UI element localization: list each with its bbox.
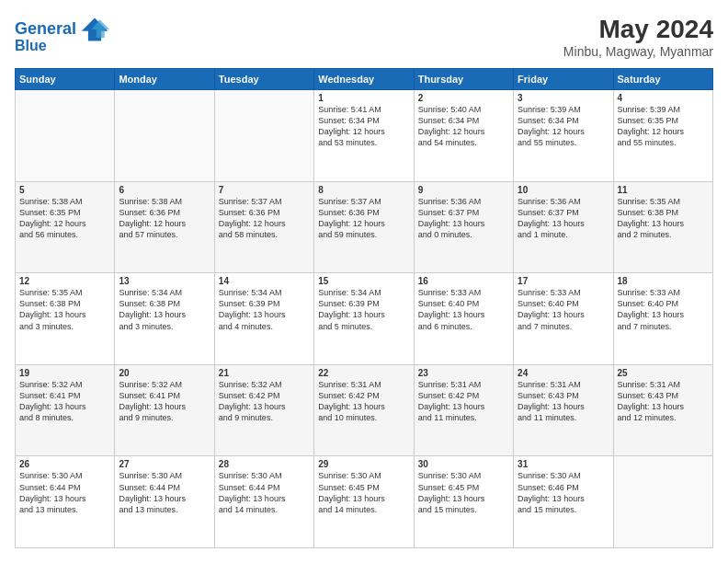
calendar-cell: 17Sunrise: 5:33 AM Sunset: 6:40 PM Dayli… [514,273,613,365]
week-row-4: 19Sunrise: 5:32 AM Sunset: 6:41 PM Dayli… [16,364,713,456]
day-info: Sunrise: 5:36 AM Sunset: 6:37 PM Dayligh… [418,196,509,241]
day-number: 27 [119,459,210,469]
day-info: Sunrise: 5:38 AM Sunset: 6:36 PM Dayligh… [119,196,210,241]
day-number: 12 [19,276,110,286]
day-number: 15 [318,276,409,286]
weekday-header-monday: Monday [115,69,214,90]
day-number: 22 [318,368,409,378]
day-info: Sunrise: 5:38 AM Sunset: 6:35 PM Dayligh… [19,196,110,241]
page: General Blue May 2024 Minbu, Magway, Mya… [0,0,728,563]
day-info: Sunrise: 5:37 AM Sunset: 6:36 PM Dayligh… [318,196,409,241]
calendar-cell: 1Sunrise: 5:41 AM Sunset: 6:34 PM Daylig… [314,90,414,182]
day-number: 4 [618,93,709,103]
day-number: 14 [219,276,310,286]
calendar-cell: 16Sunrise: 5:33 AM Sunset: 6:40 PM Dayli… [414,273,513,365]
weekday-header-tuesday: Tuesday [214,69,313,90]
calendar-cell: 27Sunrise: 5:30 AM Sunset: 6:44 PM Dayli… [115,456,214,548]
day-info: Sunrise: 5:33 AM Sunset: 6:40 PM Dayligh… [618,287,709,332]
day-info: Sunrise: 5:31 AM Sunset: 6:42 PM Dayligh… [318,379,409,424]
day-info: Sunrise: 5:39 AM Sunset: 6:34 PM Dayligh… [518,104,609,149]
day-number: 28 [219,459,310,469]
calendar-cell: 25Sunrise: 5:31 AM Sunset: 6:43 PM Dayli… [613,364,712,456]
day-info: Sunrise: 5:37 AM Sunset: 6:36 PM Dayligh… [219,196,310,241]
calendar-cell: 8Sunrise: 5:37 AM Sunset: 6:36 PM Daylig… [314,181,414,273]
calendar-cell: 4Sunrise: 5:39 AM Sunset: 6:35 PM Daylig… [613,90,712,182]
day-number: 16 [418,276,509,286]
day-info: Sunrise: 5:35 AM Sunset: 6:38 PM Dayligh… [618,196,709,241]
week-row-2: 5Sunrise: 5:38 AM Sunset: 6:35 PM Daylig… [16,181,713,273]
day-info: Sunrise: 5:32 AM Sunset: 6:41 PM Dayligh… [119,379,210,424]
day-info: Sunrise: 5:30 AM Sunset: 6:45 PM Dayligh… [418,470,509,515]
day-number: 6 [119,185,210,195]
day-number: 8 [318,185,409,195]
day-number: 24 [518,368,609,378]
day-number: 26 [19,459,110,469]
day-info: Sunrise: 5:31 AM Sunset: 6:43 PM Dayligh… [518,379,609,424]
day-number: 21 [219,368,310,378]
day-info: Sunrise: 5:35 AM Sunset: 6:38 PM Dayligh… [19,287,110,332]
calendar-cell: 14Sunrise: 5:34 AM Sunset: 6:39 PM Dayli… [214,273,313,365]
header: General Blue May 2024 Minbu, Magway, Mya… [15,15,713,59]
weekday-header-thursday: Thursday [414,69,513,90]
weekday-header-wednesday: Wednesday [314,69,414,90]
day-number: 13 [119,276,210,286]
day-number: 29 [318,459,409,469]
day-number: 2 [418,93,509,103]
calendar-cell: 2Sunrise: 5:40 AM Sunset: 6:34 PM Daylig… [414,90,513,182]
day-info: Sunrise: 5:33 AM Sunset: 6:40 PM Dayligh… [418,287,509,332]
weekday-header-row: SundayMondayTuesdayWednesdayThursdayFrid… [16,69,713,90]
day-info: Sunrise: 5:34 AM Sunset: 6:39 PM Dayligh… [318,287,409,332]
calendar-cell: 20Sunrise: 5:32 AM Sunset: 6:41 PM Dayli… [115,364,214,456]
calendar-cell: 28Sunrise: 5:30 AM Sunset: 6:44 PM Dayli… [214,456,313,548]
day-info: Sunrise: 5:30 AM Sunset: 6:44 PM Dayligh… [19,470,110,515]
day-info: Sunrise: 5:31 AM Sunset: 6:42 PM Dayligh… [418,379,509,424]
day-number: 19 [19,368,110,378]
calendar-cell: 15Sunrise: 5:34 AM Sunset: 6:39 PM Dayli… [314,273,414,365]
calendar-table: SundayMondayTuesdayWednesdayThursdayFrid… [15,68,713,548]
day-info: Sunrise: 5:31 AM Sunset: 6:43 PM Dayligh… [618,379,709,424]
calendar-cell: 23Sunrise: 5:31 AM Sunset: 6:42 PM Dayli… [414,364,513,456]
calendar-cell: 22Sunrise: 5:31 AM Sunset: 6:42 PM Dayli… [314,364,414,456]
calendar-cell: 21Sunrise: 5:32 AM Sunset: 6:42 PM Dayli… [214,364,313,456]
calendar-cell: 6Sunrise: 5:38 AM Sunset: 6:36 PM Daylig… [115,181,214,273]
calendar-cell: 10Sunrise: 5:36 AM Sunset: 6:37 PM Dayli… [514,181,613,273]
day-number: 17 [518,276,609,286]
calendar-cell [214,90,313,182]
day-info: Sunrise: 5:30 AM Sunset: 6:44 PM Dayligh… [219,470,310,515]
calendar-cell: 9Sunrise: 5:36 AM Sunset: 6:37 PM Daylig… [414,181,513,273]
week-row-5: 26Sunrise: 5:30 AM Sunset: 6:44 PM Dayli… [16,456,713,548]
calendar-cell: 13Sunrise: 5:34 AM Sunset: 6:38 PM Dayli… [115,273,214,365]
calendar-cell: 18Sunrise: 5:33 AM Sunset: 6:40 PM Dayli… [613,273,712,365]
calendar-cell: 5Sunrise: 5:38 AM Sunset: 6:35 PM Daylig… [16,181,115,273]
day-number: 20 [119,368,210,378]
day-number: 31 [518,459,609,469]
day-info: Sunrise: 5:34 AM Sunset: 6:38 PM Dayligh… [119,287,210,332]
day-number: 18 [618,276,709,286]
calendar-cell: 12Sunrise: 5:35 AM Sunset: 6:38 PM Dayli… [16,273,115,365]
day-number: 11 [618,185,709,195]
calendar-cell: 24Sunrise: 5:31 AM Sunset: 6:43 PM Dayli… [514,364,613,456]
day-number: 7 [219,185,310,195]
day-info: Sunrise: 5:30 AM Sunset: 6:46 PM Dayligh… [518,470,609,515]
day-number: 9 [418,185,509,195]
logo-text2: Blue [15,37,47,54]
calendar-cell: 31Sunrise: 5:30 AM Sunset: 6:46 PM Dayli… [514,456,613,548]
month-title: May 2024 [563,15,713,44]
day-number: 3 [518,93,609,103]
day-info: Sunrise: 5:32 AM Sunset: 6:41 PM Dayligh… [19,379,110,424]
day-info: Sunrise: 5:40 AM Sunset: 6:34 PM Dayligh… [418,104,509,149]
day-number: 30 [418,459,509,469]
day-number: 5 [19,185,110,195]
logo-icon [80,15,109,44]
calendar-cell: 19Sunrise: 5:32 AM Sunset: 6:41 PM Dayli… [16,364,115,456]
calendar-cell: 29Sunrise: 5:30 AM Sunset: 6:45 PM Dayli… [314,456,414,548]
weekday-header-friday: Friday [514,69,613,90]
calendar-cell: 26Sunrise: 5:30 AM Sunset: 6:44 PM Dayli… [16,456,115,548]
day-number: 23 [418,368,509,378]
day-info: Sunrise: 5:36 AM Sunset: 6:37 PM Dayligh… [518,196,609,241]
calendar-cell: 30Sunrise: 5:30 AM Sunset: 6:45 PM Dayli… [414,456,513,548]
day-number: 10 [518,185,609,195]
day-info: Sunrise: 5:34 AM Sunset: 6:39 PM Dayligh… [219,287,310,332]
location-title: Minbu, Magway, Myanmar [563,44,713,59]
week-row-1: 1Sunrise: 5:41 AM Sunset: 6:34 PM Daylig… [16,90,713,182]
